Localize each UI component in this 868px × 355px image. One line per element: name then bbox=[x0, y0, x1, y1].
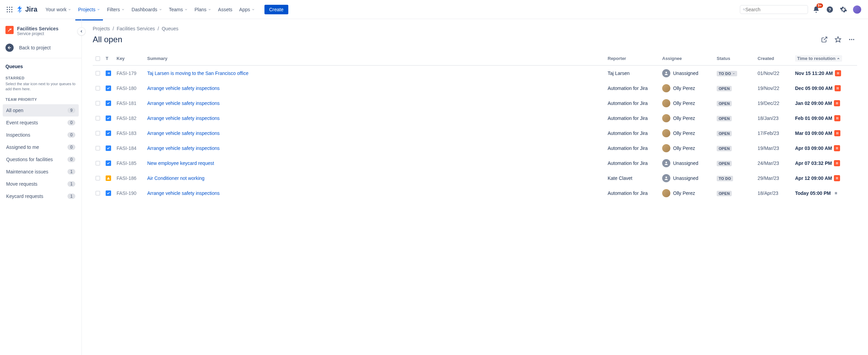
queue-count: 0 bbox=[67, 120, 75, 125]
app-switcher-icon[interactable] bbox=[5, 5, 14, 14]
back-to-project-link[interactable]: Back to project bbox=[0, 40, 81, 55]
profile-button[interactable] bbox=[852, 4, 863, 15]
status-lozenge[interactable]: OPEN bbox=[717, 191, 732, 196]
row-checkbox[interactable] bbox=[95, 146, 100, 151]
avatar-icon bbox=[662, 129, 670, 137]
queue-item-questions-for-facilities[interactable]: Questions for facilities0 bbox=[3, 153, 79, 166]
status-lozenge[interactable]: OPEN bbox=[717, 161, 732, 166]
col-created[interactable]: Created bbox=[755, 52, 792, 65]
issue-summary-link[interactable]: Arrange vehicle safety inspections bbox=[147, 130, 219, 136]
pause-icon bbox=[835, 70, 841, 76]
queue-item-keycard-requests[interactable]: Keycard requests1 bbox=[3, 190, 79, 202]
status-lozenge[interactable]: TO DO bbox=[717, 71, 737, 76]
breadcrumb-facilities[interactable]: Facilities Services bbox=[117, 26, 155, 31]
breadcrumb-queues[interactable]: Queues bbox=[162, 26, 178, 31]
queue-item-inspections[interactable]: Inspections0 bbox=[3, 129, 79, 141]
col-type[interactable]: T bbox=[103, 52, 114, 65]
notification-badge: 9+ bbox=[817, 3, 823, 8]
search-box[interactable] bbox=[740, 5, 808, 14]
status-lozenge[interactable]: OPEN bbox=[717, 116, 732, 121]
assignee-cell[interactable]: Olly Perez bbox=[662, 99, 711, 107]
help-button[interactable]: ? bbox=[824, 4, 835, 15]
table-row[interactable]: FASI-186Air Conditioner not workingKate … bbox=[93, 171, 857, 186]
svg-point-16 bbox=[849, 39, 850, 40]
search-input[interactable] bbox=[745, 7, 805, 12]
status-lozenge[interactable]: OPEN bbox=[717, 86, 732, 91]
queue-item-maintenance-issues[interactable]: Maintenance issues1 bbox=[3, 166, 79, 178]
assignee-cell[interactable]: Unassigned bbox=[662, 159, 711, 167]
col-assignee[interactable]: Assignee bbox=[659, 52, 714, 65]
assignee-cell[interactable]: Olly Perez bbox=[662, 114, 711, 122]
assignee-cell[interactable]: Olly Perez bbox=[662, 144, 711, 152]
table-row[interactable]: FASI-185New employee keycard requestAuto… bbox=[93, 156, 857, 171]
table-row[interactable]: FASI-190Arrange vehicle safety inspectio… bbox=[93, 186, 857, 201]
issue-summary-link[interactable]: Taj Larsen is moving to the San Francisc… bbox=[147, 71, 248, 76]
status-lozenge[interactable]: OPEN bbox=[717, 146, 732, 151]
queue-item-event-requests[interactable]: Event requests0 bbox=[3, 117, 79, 129]
issue-summary-link[interactable]: Air Conditioner not working bbox=[147, 175, 204, 181]
assignee-cell[interactable]: Olly Perez bbox=[662, 84, 711, 92]
breadcrumb-projects[interactable]: Projects bbox=[93, 26, 110, 31]
row-checkbox[interactable] bbox=[95, 161, 100, 166]
svg-rect-24 bbox=[838, 87, 839, 90]
table-row[interactable]: FASI-181Arrange vehicle safety inspectio… bbox=[93, 96, 857, 111]
nav-item-your-work[interactable]: Your work bbox=[43, 4, 74, 15]
issue-summary-link[interactable]: Arrange vehicle safety inspections bbox=[147, 115, 219, 121]
nav-item-teams[interactable]: Teams bbox=[166, 4, 191, 15]
col-status[interactable]: Status bbox=[714, 52, 755, 65]
row-checkbox[interactable] bbox=[95, 116, 100, 121]
col-ttr[interactable]: Time to resolution bbox=[792, 52, 857, 65]
issue-summary-link[interactable]: Arrange vehicle safety inspections bbox=[147, 101, 219, 106]
row-checkbox[interactable] bbox=[95, 191, 100, 196]
row-checkbox[interactable] bbox=[95, 176, 100, 181]
table-row[interactable]: FASI-180Arrange vehicle safety inspectio… bbox=[93, 81, 857, 96]
assignee-cell[interactable]: Olly Perez bbox=[662, 189, 711, 197]
svg-rect-21 bbox=[837, 72, 838, 75]
row-checkbox[interactable] bbox=[95, 71, 100, 76]
assignee-cell[interactable]: Olly Perez bbox=[662, 129, 711, 137]
reporter-cell: Automation for Jira bbox=[605, 126, 659, 141]
col-reporter[interactable]: Reporter bbox=[605, 52, 659, 65]
col-key[interactable]: Key bbox=[114, 52, 144, 65]
issue-summary-link[interactable]: Arrange vehicle safety inspections bbox=[147, 145, 219, 151]
create-button[interactable]: Create bbox=[264, 5, 288, 14]
settings-button[interactable] bbox=[838, 4, 849, 15]
issue-summary-link[interactable]: Arrange vehicle safety inspections bbox=[147, 86, 219, 91]
nav-item-filters[interactable]: Filters bbox=[104, 4, 127, 15]
status-lozenge[interactable]: TO DO bbox=[717, 176, 733, 181]
queue-item-assigned-to-me[interactable]: Assigned to me0 bbox=[3, 141, 79, 153]
select-all-checkbox[interactable] bbox=[95, 56, 100, 61]
nav-item-plans[interactable]: Plans bbox=[192, 4, 214, 15]
nav-item-apps[interactable]: Apps bbox=[237, 4, 258, 15]
status-lozenge[interactable]: OPEN bbox=[717, 101, 732, 106]
table-row[interactable]: FASI-183Arrange vehicle safety inspectio… bbox=[93, 126, 857, 141]
svg-text:?: ? bbox=[828, 7, 831, 12]
col-summary[interactable]: Summary bbox=[144, 52, 605, 65]
status-lozenge[interactable]: OPEN bbox=[717, 131, 732, 136]
queue-item-all-open[interactable]: All open9 bbox=[3, 104, 79, 117]
queue-item-move-requests[interactable]: Move requests1 bbox=[3, 178, 79, 190]
svg-rect-34 bbox=[836, 162, 837, 165]
table-row[interactable]: FASI-184Arrange vehicle safety inspectio… bbox=[93, 141, 857, 156]
nav-item-assets[interactable]: Assets bbox=[215, 4, 235, 15]
issue-summary-link[interactable]: New employee keycard request bbox=[147, 160, 214, 166]
collapse-sidebar-button[interactable] bbox=[77, 27, 86, 35]
assignee-cell[interactable]: Unassigned bbox=[662, 69, 711, 77]
row-checkbox[interactable] bbox=[95, 86, 100, 91]
jira-logo[interactable]: Jira bbox=[16, 5, 37, 13]
table-row[interactable]: FASI-179Taj Larsen is moving to the San … bbox=[93, 65, 857, 81]
issue-summary-link[interactable]: Arrange vehicle safety inspections bbox=[147, 190, 219, 196]
row-checkbox[interactable] bbox=[95, 101, 100, 106]
nav-item-dashboards[interactable]: Dashboards bbox=[129, 4, 165, 15]
assignee-cell[interactable]: Unassigned bbox=[662, 174, 711, 182]
queue-count: 9 bbox=[67, 108, 75, 113]
more-button[interactable] bbox=[846, 34, 857, 45]
table-row[interactable]: FASI-182Arrange vehicle safety inspectio… bbox=[93, 111, 857, 126]
star-button[interactable] bbox=[833, 34, 843, 45]
nav-item-projects[interactable]: Projects bbox=[75, 4, 103, 15]
open-external-button[interactable] bbox=[819, 34, 830, 45]
breadcrumb: Projects / Facilities Services / Queues bbox=[93, 26, 857, 31]
row-checkbox[interactable] bbox=[95, 131, 100, 136]
main-content: Projects / Facilities Services / Queues … bbox=[82, 19, 868, 355]
notifications-button[interactable]: 9+ bbox=[811, 4, 822, 15]
